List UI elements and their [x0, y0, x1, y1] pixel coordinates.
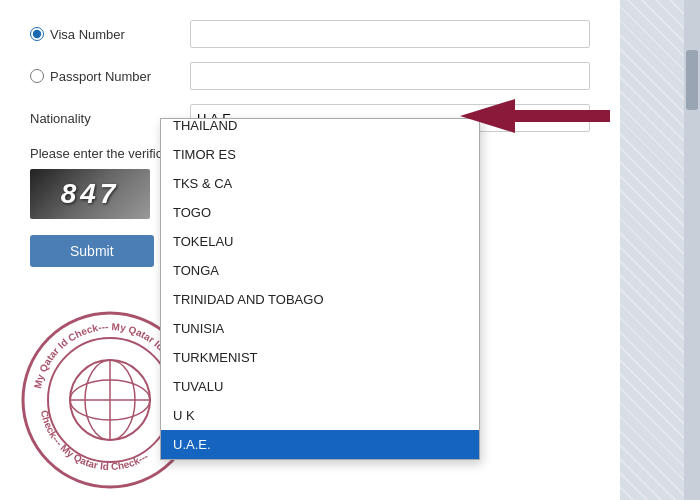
dropdown-item[interactable]: TOKELAU: [161, 227, 479, 256]
passport-number-text: Passport Number: [50, 69, 151, 84]
submit-button[interactable]: Submit: [30, 235, 154, 267]
captcha-text: 847: [61, 178, 120, 210]
captcha-image: 847: [30, 169, 150, 219]
dropdown-item[interactable]: THAILAND: [161, 119, 479, 140]
nationality-dropdown[interactable]: TANZANIATHAILANDTIMOR ESTKS & CATOGOTOKE…: [160, 118, 480, 460]
dropdown-item[interactable]: U.A.E.: [161, 430, 479, 459]
passport-number-row: Passport Number: [30, 62, 590, 90]
bg-pattern: [620, 0, 684, 500]
passport-number-input[interactable]: [190, 62, 590, 90]
dropdown-scroll-area[interactable]: TANZANIATHAILANDTIMOR ESTKS & CATOGOTOKE…: [161, 119, 479, 459]
dropdown-item[interactable]: TUNISIA: [161, 314, 479, 343]
passport-number-radio[interactable]: [30, 69, 44, 83]
dropdown-item[interactable]: U K: [161, 401, 479, 430]
passport-number-label: Passport Number: [30, 69, 190, 84]
dropdown-item[interactable]: TKS & CA: [161, 169, 479, 198]
main-form-container: Visa Number Passport Number Nationality …: [0, 0, 620, 500]
dropdown-item[interactable]: TRINIDAD AND TOBAGO: [161, 285, 479, 314]
visa-number-label: Visa Number: [30, 27, 190, 42]
visa-number-input[interactable]: [190, 20, 590, 48]
visa-number-radio[interactable]: [30, 27, 44, 41]
dropdown-item[interactable]: TURKMENIST: [161, 343, 479, 372]
dropdown-item[interactable]: TOGO: [161, 198, 479, 227]
visa-number-row: Visa Number: [30, 20, 590, 48]
visa-number-text: Visa Number: [50, 27, 125, 42]
red-arrow-indicator: [455, 94, 615, 138]
scrollbar-track[interactable]: [684, 0, 700, 500]
dropdown-item[interactable]: TUVALU: [161, 372, 479, 401]
scrollbar-thumb[interactable]: [686, 50, 698, 110]
dropdown-item[interactable]: TIMOR ES: [161, 140, 479, 169]
svg-marker-0: [460, 99, 610, 133]
dropdown-item[interactable]: TONGA: [161, 256, 479, 285]
